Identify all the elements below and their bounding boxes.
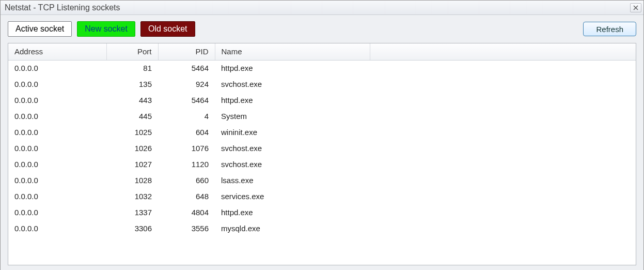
cell-port: 1337 [106,204,158,220]
new-socket-button[interactable]: New socket [77,21,135,37]
cell-extra [370,156,636,172]
cell-port: 1027 [106,156,158,172]
cell-extra [370,172,636,188]
socket-table-container: Address Port PID Name 0.0.0.0815464httpd… [8,43,636,265]
cell-extra [370,92,636,108]
cell-address: 0.0.0.0 [8,108,106,124]
cell-pid: 604 [158,124,215,140]
cell-pid: 3556 [158,220,215,236]
cell-address: 0.0.0.0 [8,140,106,156]
close-icon [633,5,638,10]
cell-name: svchost.exe [215,76,370,92]
cell-port: 1025 [106,124,158,140]
cell-pid: 924 [158,76,215,92]
cell-name: mysqld.exe [215,220,370,236]
table-row[interactable]: 0.0.0.033063556mysqld.exe [8,220,636,236]
cell-port: 445 [106,108,158,124]
table-row[interactable]: 0.0.0.013374804httpd.exe [8,204,636,220]
table-row[interactable]: 0.0.0.0135924svchost.exe [8,76,636,92]
cell-pid: 660 [158,172,215,188]
table-row[interactable]: 0.0.0.010271120svchost.exe [8,156,636,172]
table-row[interactable]: 0.0.0.01028660lsass.exe [8,172,636,188]
cell-address: 0.0.0.0 [8,220,106,236]
table-row[interactable]: 0.0.0.04454System [8,108,636,124]
table-row[interactable]: 0.0.0.010261076svchost.exe [8,140,636,156]
cell-address: 0.0.0.0 [8,204,106,220]
cell-port: 81 [106,60,158,76]
close-button[interactable] [630,3,641,12]
active-socket-button[interactable]: Active socket [8,21,72,37]
cell-pid: 648 [158,188,215,204]
cell-pid: 5464 [158,60,215,76]
cell-name: wininit.exe [215,124,370,140]
old-socket-button[interactable]: Old socket [140,21,195,37]
cell-address: 0.0.0.0 [8,124,106,140]
table-row[interactable]: 0.0.0.04435464httpd.exe [8,92,636,108]
cell-name: httpd.exe [215,92,370,108]
cell-port: 135 [106,76,158,92]
cell-extra [370,140,636,156]
col-pid[interactable]: PID [158,43,215,60]
cell-name: services.exe [215,188,370,204]
cell-extra [370,188,636,204]
cell-extra [370,220,636,236]
table-header: Address Port PID Name [8,43,636,60]
cell-port: 1032 [106,188,158,204]
cell-name: svchost.exe [215,156,370,172]
refresh-button[interactable]: Refresh [583,22,636,36]
table-row[interactable]: 0.0.0.01025604wininit.exe [8,124,636,140]
cell-address: 0.0.0.0 [8,92,106,108]
cell-name: httpd.exe [215,60,370,76]
cell-port: 3306 [106,220,158,236]
cell-name: lsass.exe [215,172,370,188]
cell-pid: 1076 [158,140,215,156]
table-row[interactable]: 0.0.0.01032648services.exe [8,188,636,204]
cell-port: 443 [106,92,158,108]
cell-address: 0.0.0.0 [8,60,106,76]
col-extra[interactable] [370,43,636,60]
cell-name: System [215,108,370,124]
cell-extra [370,76,636,92]
cell-port: 1028 [106,172,158,188]
cell-extra [370,60,636,76]
cell-address: 0.0.0.0 [8,156,106,172]
window-title: Netstat - TCP Listening sockets [5,1,120,15]
cell-extra [370,204,636,220]
cell-address: 0.0.0.0 [8,188,106,204]
cell-pid: 1120 [158,156,215,172]
socket-table: Address Port PID Name 0.0.0.0815464httpd… [8,43,636,236]
col-address[interactable]: Address [8,43,106,60]
titlebar: Netstat - TCP Listening sockets [1,1,643,15]
cell-port: 1026 [106,140,158,156]
col-name[interactable]: Name [215,43,370,60]
cell-pid: 4804 [158,204,215,220]
toolbar: Active socket New socket Old socket Refr… [1,15,643,41]
cell-name: httpd.exe [215,204,370,220]
table-row[interactable]: 0.0.0.0815464httpd.exe [8,60,636,76]
cell-extra [370,124,636,140]
cell-address: 0.0.0.0 [8,76,106,92]
table-body: 0.0.0.0815464httpd.exe0.0.0.0135924svcho… [8,60,636,236]
cell-pid: 4 [158,108,215,124]
cell-pid: 5464 [158,92,215,108]
col-port[interactable]: Port [106,43,158,60]
cell-extra [370,108,636,124]
cell-name: svchost.exe [215,140,370,156]
netstat-window: Netstat - TCP Listening sockets Active s… [0,0,644,270]
cell-address: 0.0.0.0 [8,172,106,188]
